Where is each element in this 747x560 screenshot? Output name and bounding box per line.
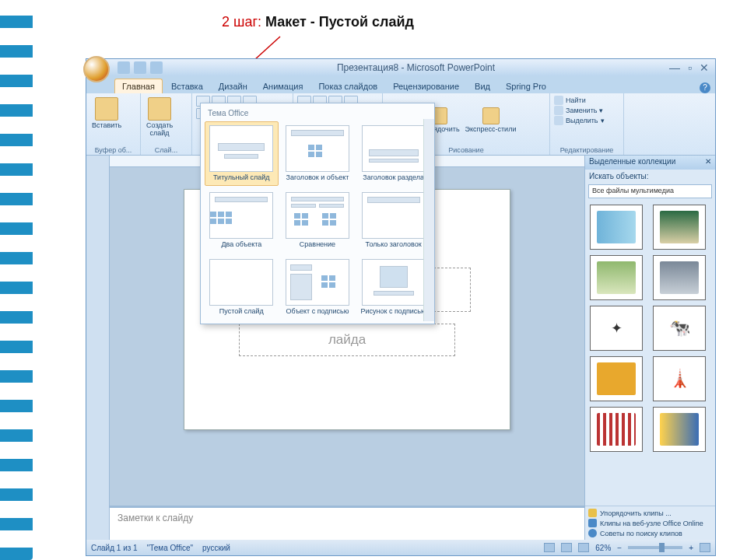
layout-title-only[interactable]: Только заголовок	[356, 188, 430, 253]
help-icon[interactable]: ?	[700, 82, 710, 93]
undo-icon[interactable]	[134, 61, 146, 74]
quick-styles-button[interactable]: Экспресс-стили	[464, 106, 518, 135]
find-icon	[554, 96, 563, 105]
tab-spring[interactable]: Spring Pro	[499, 79, 553, 93]
close-button[interactable]: ✕	[700, 61, 709, 74]
replace-icon	[554, 106, 563, 115]
office-button[interactable]	[83, 56, 110, 82]
layout-content-caption[interactable]: Объект с подписью	[281, 255, 355, 320]
zoom-value[interactable]: 62%	[595, 544, 611, 552]
sorter-view-button[interactable]	[561, 543, 572, 552]
fit-button[interactable]	[700, 543, 710, 552]
clipart-panel: Выделенные коллекции ✕ Искать объекты: В…	[584, 156, 715, 540]
subtitle-placeholder[interactable]: лайда	[239, 324, 455, 356]
clip-thumb[interactable]	[590, 205, 643, 250]
normal-view-button[interactable]	[544, 543, 555, 552]
clip-thumb[interactable]	[590, 407, 643, 452]
slideshow-view-button[interactable]	[578, 543, 589, 552]
tab-home[interactable]: Главная	[114, 79, 163, 93]
status-bar: Слайд 1 из 1 "Тема Office" русский 62% −…	[86, 540, 715, 555]
annotation-step: 2 шаг:	[222, 14, 261, 30]
layout-blank[interactable]: Пустой слайд	[205, 255, 279, 320]
layout-title-slide[interactable]: Титульный слайд	[205, 121, 279, 186]
status-slide-count: Слайд 1 из 1	[91, 544, 138, 552]
gallery-title: Тема Office	[205, 107, 430, 121]
globe-icon	[588, 519, 597, 527]
search-label: Искать объекты:	[585, 170, 715, 183]
zoom-slider[interactable]	[628, 546, 682, 549]
status-language[interactable]: русский	[202, 544, 230, 552]
tab-review[interactable]: Рецензирование	[386, 79, 466, 93]
zoom-in-button[interactable]: +	[689, 544, 693, 552]
find-button[interactable]: Найти	[554, 96, 605, 105]
quick-access-toolbar	[117, 61, 163, 74]
styles-icon	[482, 107, 500, 124]
panel-footer: Упорядочить клипы ... Клипы на веб-узле …	[585, 506, 715, 540]
paste-icon	[95, 97, 118, 121]
clip-thumb[interactable]: ✦	[590, 306, 643, 351]
new-slide-icon	[148, 97, 171, 121]
clip-thumb[interactable]	[653, 407, 706, 452]
clip-thumb[interactable]	[590, 255, 643, 300]
clip-thumb[interactable]: 🗼	[653, 356, 706, 401]
panel-header: Выделенные коллекции ✕	[585, 156, 715, 170]
powerpoint-window: Презентация8 - Microsoft PowerPoint — ▫ …	[86, 58, 716, 556]
zoom-out-button[interactable]: −	[617, 544, 622, 552]
clip-thumb[interactable]	[590, 356, 643, 401]
paste-button[interactable]: Вставить	[90, 96, 123, 131]
layout-title-content[interactable]: Заголовок и объект	[281, 121, 355, 186]
select-button[interactable]: Выделить ▾	[554, 116, 605, 125]
clip-thumb[interactable]: 🐄	[653, 306, 706, 351]
tab-slideshow[interactable]: Показ слайдов	[311, 79, 384, 93]
layout-section-header[interactable]: Заголовок раздела	[356, 121, 430, 186]
clip-thumb[interactable]	[653, 255, 706, 300]
ribbon-tabs: Главная Вставка Дизайн Анимация Показ сл…	[86, 76, 715, 93]
layout-picture-caption[interactable]: Рисунок с подписью	[356, 255, 430, 320]
layout-two-content[interactable]: Два объекта	[205, 188, 279, 253]
instruction-annotation: 2 шаг: Макет - Пустой слайд	[222, 14, 414, 30]
minimize-button[interactable]: —	[669, 61, 680, 74]
group-clipboard: Буфер об...	[90, 145, 136, 154]
replace-button[interactable]: Заменить ▾	[554, 106, 605, 115]
collection-select[interactable]: Все файлы мультимедиа	[588, 184, 712, 198]
annotation-text: Макет - Пустой слайд	[265, 14, 414, 30]
group-slides: Слай...	[145, 145, 188, 154]
redo-icon[interactable]	[150, 61, 163, 74]
search-tips-link[interactable]: Советы по поиску клипов	[588, 529, 712, 537]
tab-design[interactable]: Дизайн	[212, 79, 254, 93]
select-icon	[554, 116, 563, 125]
gallery-scrollbar[interactable]	[423, 119, 434, 321]
folder-icon	[588, 509, 597, 517]
panel-close-icon[interactable]: ✕	[705, 157, 711, 168]
notes-pane[interactable]: Заметки к слайду	[110, 506, 584, 540]
office-online-link[interactable]: Клипы на веб-узле Office Online	[588, 519, 712, 527]
layout-gallery: Тема Office Титульный слайд Заголовок и …	[200, 103, 435, 324]
status-theme: "Тема Office"	[147, 544, 193, 552]
window-title: Презентация8 - Microsoft PowerPoint	[163, 62, 669, 73]
slides-panel[interactable]	[86, 156, 110, 540]
tab-insert[interactable]: Вставка	[164, 79, 210, 93]
new-slide-button[interactable]: Создать слайд	[145, 96, 174, 139]
help-icon	[588, 529, 597, 537]
layout-comparison[interactable]: Сравнение	[281, 188, 355, 253]
window-controls: — ▫ ✕	[669, 61, 712, 74]
group-editing: Редактирование	[554, 145, 619, 154]
clipart-results: ✦ 🐄 🗼	[585, 200, 715, 506]
save-icon[interactable]	[117, 61, 130, 74]
tab-animation[interactable]: Анимация	[256, 79, 310, 93]
tab-view[interactable]: Вид	[468, 79, 497, 93]
title-bar: Презентация8 - Microsoft PowerPoint — ▫ …	[86, 59, 715, 76]
restore-button[interactable]: ▫	[688, 61, 692, 74]
organize-clips-link[interactable]: Упорядочить клипы ...	[588, 509, 712, 517]
clip-thumb[interactable]	[653, 205, 706, 250]
page-decoration	[0, 0, 33, 560]
